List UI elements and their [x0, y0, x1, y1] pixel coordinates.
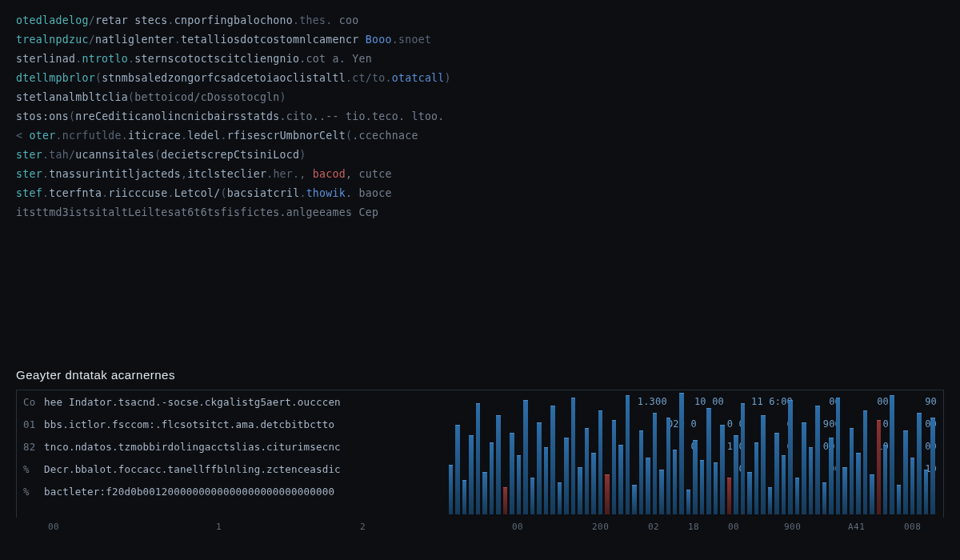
metrics-panel: Geayter dntatak acarnernes Cohee Indator… — [16, 368, 944, 518]
panel-box: Cohee Indator.tsacnd.-socse.ckgalistg5ae… — [16, 390, 944, 518]
code-line: ster.tnassurintitljacteds,itclsteclier.h… — [16, 165, 944, 184]
metrics-row: 01bbs.ictlor.fsccom:.flcsotsitct.ama.det… — [17, 413, 943, 435]
code-line: itsttmd3istsitaltLeiltesat6t6tsfisfictes… — [16, 203, 944, 222]
code-line: stos:ons(nreCediticanolincnicbairsstatds… — [16, 107, 944, 126]
metrics-row: %bactleter:f20d0b00120000000000000000000… — [17, 480, 943, 502]
code-line: ster.tah/ucannsitales(decietscrepCtsiniL… — [16, 146, 944, 165]
axis-tick: 02 — [648, 522, 659, 532]
axis-tick: 200 — [592, 522, 609, 532]
axis-tick: 1 — [216, 522, 222, 532]
axis-tick: 008 — [904, 522, 921, 532]
axis-tick: 900 — [784, 522, 801, 532]
axis-tick: 00 — [48, 522, 59, 532]
metrics-row: %Decr.bbalot.foccacc.tanellffblnling.zct… — [17, 458, 943, 480]
code-line: < oter.ncrfutlde.iticrace.ledel.rfisescr… — [16, 126, 944, 146]
axis-tick: 00 — [512, 522, 523, 532]
axis-tick: 00 — [728, 522, 739, 532]
panel-title: Geayter dntatak acarnernes — [16, 368, 944, 382]
code-line: stef.tcerfnta.riicccuse.Letcol/(bacsiatc… — [16, 184, 944, 203]
axis-tick: 18 — [688, 522, 699, 532]
code-line: otedladelog/retar stecs.cnporfingbalocho… — [16, 11, 944, 30]
code-line: stetlanalmbltclia(bettoicod/cDossotocgln… — [16, 88, 944, 107]
code-line: trealnpdzuc/natliglenter.tetalliosdotcos… — [16, 30, 944, 50]
code-block: otedladelog/retar stecs.cnporfingbalocho… — [0, 0, 960, 222]
metrics-row: 82tnco.ndatos.tzmobbirdolingacctslias.ci… — [17, 435, 943, 458]
axis-tick: 2 — [360, 522, 366, 532]
axis-tick: A41 — [848, 522, 865, 532]
code-line: dtellmpbrlor(stnmbsaledzongorfcsadcetoia… — [16, 69, 944, 88]
metrics-row: Cohee Indator.tsacnd.-socse.ckgalistg5ae… — [17, 390, 943, 413]
code-line: sterlinad.ntrotlo.sternscotoctscitclieng… — [16, 50, 944, 69]
